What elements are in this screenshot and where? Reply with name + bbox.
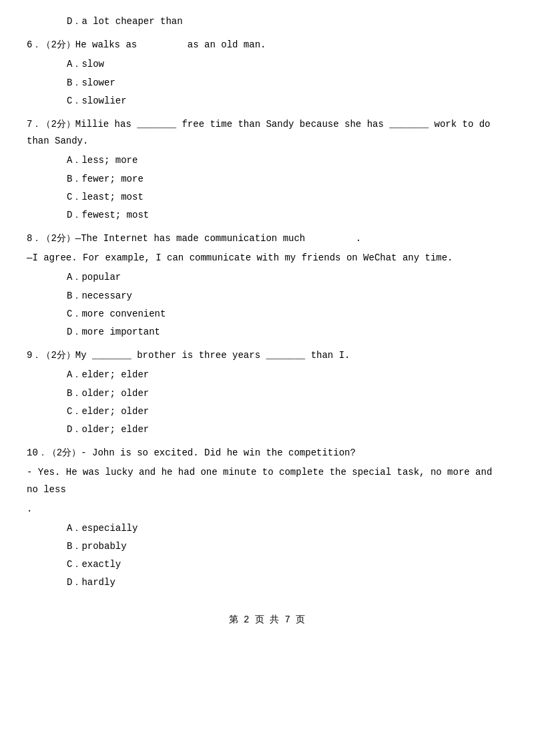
- question-10-subtext: - Yes. He was lucky and he had one minut…: [27, 464, 507, 498]
- question-6: 6．（2分）He walks as as an old man. A．slow …: [27, 37, 507, 110]
- option-7-b: B．fewer; more: [67, 171, 507, 188]
- question-8: 8．（2分）—The Internet has made communicati…: [27, 230, 507, 341]
- option-10-d: D．hardly: [67, 574, 507, 591]
- question-10: 10．（2分）- John is so excited. Did he win …: [27, 445, 507, 592]
- option-8-c: C．more convenient: [67, 306, 507, 323]
- exam-content: D．a lot cheaper than 6．（2分）He walks as a…: [27, 13, 507, 628]
- question-10-subtext2: .: [27, 501, 507, 518]
- question-6-text: 6．（2分）He walks as as an old man.: [27, 37, 507, 53]
- option-8-b: B．necessary: [67, 288, 507, 305]
- option-d-prev: D．a lot cheaper than: [67, 13, 507, 30]
- page-footer: 第 2 页 共 7 页: [27, 612, 507, 628]
- option-10-a: A．especially: [67, 520, 507, 537]
- option-10-b: B．probably: [67, 538, 507, 555]
- option-9-a: A．elder; elder: [67, 367, 507, 383]
- option-8-a: A．popular: [67, 269, 507, 286]
- option-7-a: A．less; more: [67, 152, 507, 169]
- question-7: 7．（2分）Millie has _______ free time than …: [27, 116, 507, 224]
- question-8-text: 8．（2分）—The Internet has made communicati…: [27, 230, 507, 247]
- option-7-d: D．fewest; most: [67, 207, 507, 224]
- option-6-a: A．slow: [67, 56, 507, 73]
- option-8-d: D．more important: [67, 324, 507, 341]
- option-9-d: D．older; elder: [67, 421, 507, 438]
- question-10-text: 10．（2分）- John is so excited. Did he win …: [27, 445, 507, 461]
- question-9-text: 9．（2分）My _______ brother is three years …: [27, 347, 507, 364]
- option-6-b: B．slower: [67, 75, 507, 91]
- prev-d-option: D．a lot cheaper than: [27, 13, 507, 30]
- option-9-c: C．elder; older: [67, 403, 507, 420]
- option-10-c: C．exactly: [67, 556, 507, 573]
- option-6-c: C．slowlier: [67, 93, 507, 110]
- option-7-c: C．least; most: [67, 189, 507, 206]
- question-7-text: 7．（2分）Millie has _______ free time than …: [27, 116, 507, 150]
- option-9-b: B．older; older: [67, 385, 507, 402]
- question-9: 9．（2分）My _______ brother is three years …: [27, 347, 507, 438]
- question-8-subtext: —I agree. For example, I can communicate…: [27, 250, 507, 266]
